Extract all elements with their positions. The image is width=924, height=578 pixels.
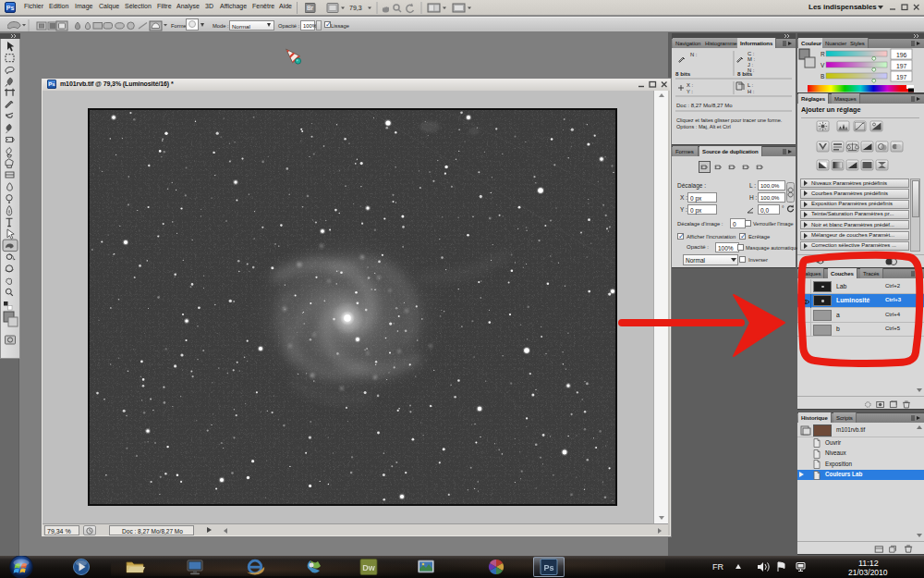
svg-text:H :: H : [748,89,755,94]
svg-text:X :: X : [687,82,693,88]
svg-text:Br: Br [307,5,314,11]
svg-text:L :: L : [748,82,754,88]
svg-text:196: 196 [896,52,907,58]
svg-text:197: 197 [896,74,907,80]
svg-text:N :: N : [690,52,698,57]
svg-text:197: 197 [896,63,907,69]
svg-text:Dw: Dw [362,563,375,572]
svg-text:8 bits: 8 bits [675,70,691,77]
svg-text:V: V [821,62,825,68]
svg-text:R: R [821,51,825,57]
svg-text:Y :: Y : [687,89,693,94]
svg-text:79,3: 79,3 [349,5,362,11]
svg-text:Options : Maj, Alt et Ctrl: Options : Maj, Alt et Ctrl [676,124,731,129]
svg-text:Doc : 8,27 Mo/8,27 Mo: Doc : 8,27 Mo/8,27 Mo [676,103,733,108]
svg-text:8 bits: 8 bits [737,70,753,77]
svg-text:Cliquez et faites glisser pour: Cliquez et faites glisser pour tracer un… [676,117,783,123]
svg-text:B: B [821,73,824,80]
svg-text:Ps: Ps [543,563,553,572]
